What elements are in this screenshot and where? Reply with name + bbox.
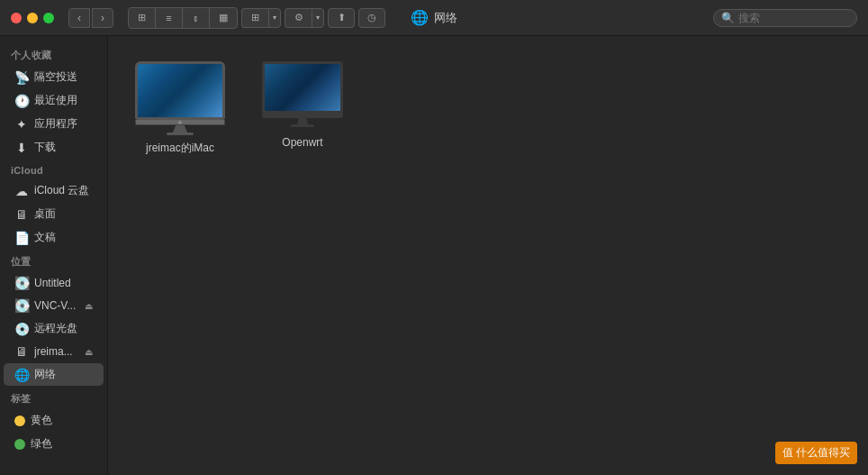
share-button[interactable]: ⬆ <box>328 8 355 28</box>
monitor-bottom <box>262 114 343 118</box>
minimize-button[interactable] <box>27 13 38 23</box>
sidebar-item-label: 桌面 <box>34 206 56 222</box>
column-view-button[interactable]: ⫾ <box>183 8 210 28</box>
titlebar: ‹ › ⊞ ≡ ⫾ ▦ ⊞ ▾ ⚙ ▾ ⬆ ◷ 🌐 网络 🔍 <box>0 0 868 36</box>
jreima-icon: 🖥 <box>14 344 29 359</box>
sidebar-item-recents[interactable]: 🕐 最近使用 <box>4 89 104 112</box>
sidebar-item-label: 文稿 <box>34 230 56 245</box>
monitor-screen-inner <box>265 64 340 111</box>
sidebar-item-label: Untitled <box>34 277 71 289</box>
sidebar-item-downloads[interactable]: ⬇ 下载 <box>4 136 104 159</box>
section-tags: 标签 <box>0 387 107 408</box>
file-item-jreimac[interactable]: jreimac的iMac <box>126 54 234 163</box>
action-group: ⚙ ▾ <box>285 8 324 28</box>
sidebar-item-label: iCloud 云盘 <box>34 183 89 198</box>
downloads-icon: ⬇ <box>14 141 29 155</box>
back-button[interactable]: ‹ <box>68 8 90 28</box>
section-location: 位置 <box>0 250 107 271</box>
view-options-arrow[interactable]: ▾ <box>268 8 281 28</box>
view-options-group: ⊞ ▾ <box>241 8 281 28</box>
remote-disc-icon: 💿 <box>14 322 29 336</box>
imac-chin-dot <box>178 121 182 124</box>
sidebar-item-green[interactable]: 绿色 <box>4 433 104 455</box>
file-name-jreimac: jreimac的iMac <box>146 141 214 156</box>
sidebar-item-yellow[interactable]: 黄色 <box>4 409 104 432</box>
sidebar-item-jreima[interactable]: 🖥 jreima... ⏏ <box>4 341 104 362</box>
section-icloud: iCloud <box>0 160 107 178</box>
nav-buttons: ‹ › <box>68 8 113 28</box>
monitor-stand <box>297 118 308 124</box>
sidebar-item-documents[interactable]: 📄 文稿 <box>4 226 104 249</box>
sidebar-item-label: 远程光盘 <box>34 321 77 336</box>
vnc-icon: 💽 <box>14 298 29 313</box>
eject-icon-jreima[interactable]: ⏏ <box>85 347 93 357</box>
sidebar: 个人收藏 📡 隔空投送 🕐 最近使用 ✦ 应用程序 ⬇ 下载 iCloud ☁ … <box>0 36 108 475</box>
traffic-lights <box>11 13 54 23</box>
monitor-icon <box>262 61 343 129</box>
action-button[interactable]: ⚙ <box>285 8 312 28</box>
sidebar-item-icloud-drive[interactable]: ☁ iCloud 云盘 <box>4 179 104 202</box>
applications-icon: ✦ <box>14 117 29 132</box>
sidebar-item-desktop[interactable]: 🖥 桌面 <box>4 203 104 225</box>
airdrop-icon: 📡 <box>14 70 29 85</box>
monitor-base <box>291 124 314 127</box>
monitor-screen <box>262 61 343 114</box>
network-sidebar-icon: 🌐 <box>14 368 29 382</box>
sidebar-item-remote-disc[interactable]: 💿 远程光盘 <box>4 317 104 340</box>
sidebar-item-vnc[interactable]: 💽 VNC-V... ⏏ <box>4 295 104 316</box>
main-area: 个人收藏 📡 隔空投送 🕐 最近使用 ✦ 应用程序 ⬇ 下载 iCloud ☁ … <box>0 36 868 475</box>
imac-chin <box>135 120 225 125</box>
gallery-view-button[interactable]: ▦ <box>210 8 237 28</box>
icloud-drive-icon: ☁ <box>14 184 29 198</box>
documents-icon: 📄 <box>14 231 29 245</box>
eject-icon[interactable]: ⏏ <box>85 301 93 311</box>
imac-stand <box>173 125 187 132</box>
window-title-text: 网络 <box>434 10 457 26</box>
sidebar-item-label: 最近使用 <box>34 93 77 108</box>
search-box[interactable]: 🔍 <box>713 9 857 27</box>
sidebar-item-network[interactable]: 🌐 网络 <box>4 363 104 386</box>
sidebar-item-applications[interactable]: ✦ 应用程序 <box>4 113 104 135</box>
imac-icon <box>135 61 225 133</box>
sidebar-item-airdrop[interactable]: 📡 隔空投送 <box>4 66 104 88</box>
recents-icon: 🕐 <box>14 94 29 108</box>
content-area: jreimac的iMac Openwrt <box>108 36 868 475</box>
file-name-openwrt: Openwrt <box>282 136 322 149</box>
sidebar-item-label: 应用程序 <box>34 116 77 132</box>
sidebar-item-label: jreima... <box>34 345 73 358</box>
desktop-icon: 🖥 <box>14 207 29 222</box>
search-icon: 🔍 <box>721 12 735 24</box>
imac-screen-inner <box>138 64 222 117</box>
sidebar-item-untitled[interactable]: 💽 Untitled <box>4 272 104 294</box>
section-personal: 个人收藏 <box>0 43 107 65</box>
search-input[interactable] <box>738 12 849 24</box>
tags-button[interactable]: ◷ <box>358 8 385 28</box>
green-tag-dot <box>14 439 25 450</box>
toolbar-icons: ⊞ ≡ ⫾ ▦ ⊞ ▾ ⚙ ▾ ⬆ ◷ <box>128 7 385 29</box>
icon-view-button[interactable]: ⊞ <box>129 8 156 28</box>
yellow-tag-dot <box>14 416 25 426</box>
network-icon: 🌐 <box>411 9 429 26</box>
imac-screen <box>135 61 225 120</box>
sidebar-item-label: 绿色 <box>31 436 52 452</box>
view-options-button[interactable]: ⊞ <box>241 8 268 28</box>
list-view-button[interactable]: ≡ <box>156 8 183 28</box>
file-item-openwrt[interactable]: Openwrt <box>249 54 357 163</box>
imac-base <box>167 132 194 135</box>
sidebar-item-label: 隔空投送 <box>34 69 77 85</box>
sidebar-item-label: 下载 <box>34 140 56 155</box>
window-title: 🌐 网络 <box>411 9 457 26</box>
sidebar-item-label: 黄色 <box>31 413 52 428</box>
forward-button[interactable]: › <box>92 8 113 28</box>
action-arrow[interactable]: ▾ <box>312 8 324 28</box>
view-icon-group: ⊞ ≡ ⫾ ▦ <box>128 7 238 29</box>
sidebar-item-label: 网络 <box>34 367 56 382</box>
close-button[interactable] <box>11 13 22 23</box>
untitled-icon: 💽 <box>14 276 29 290</box>
sidebar-item-label: VNC-V... <box>34 299 76 312</box>
maximize-button[interactable] <box>43 13 54 23</box>
